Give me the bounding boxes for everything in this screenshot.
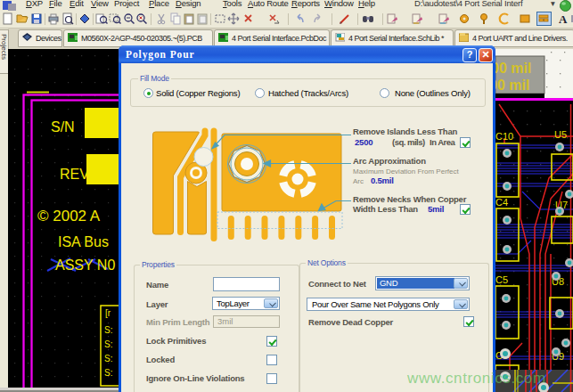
svg-text:C4: C4 bbox=[495, 197, 508, 208]
svg-text:S:: S: bbox=[104, 368, 112, 378]
svg-text:00 mil: 00 mil bbox=[495, 61, 531, 76]
svg-text:[r: [r bbox=[105, 308, 111, 318]
svg-text:S:: S: bbox=[104, 325, 112, 335]
svg-text:00 mil: 00 mil bbox=[495, 78, 529, 93]
svg-text:REV: REV bbox=[60, 167, 89, 182]
svg-text:C10: C10 bbox=[495, 131, 513, 142]
svg-text:U5: U5 bbox=[554, 129, 567, 140]
svg-text:ISA Bus: ISA Bus bbox=[58, 234, 109, 249]
svg-text:© 2002 A: © 2002 A bbox=[37, 208, 101, 225]
svg-text:C5: C5 bbox=[495, 274, 508, 285]
svg-text:A: A bbox=[559, 12, 568, 25]
svg-text:ASSY N0: ASSY N0 bbox=[55, 257, 115, 273]
svg-text:S/N: S/N bbox=[51, 119, 75, 135]
svg-text:S:: S: bbox=[104, 339, 112, 349]
svg-text:S:: S: bbox=[104, 354, 112, 363]
